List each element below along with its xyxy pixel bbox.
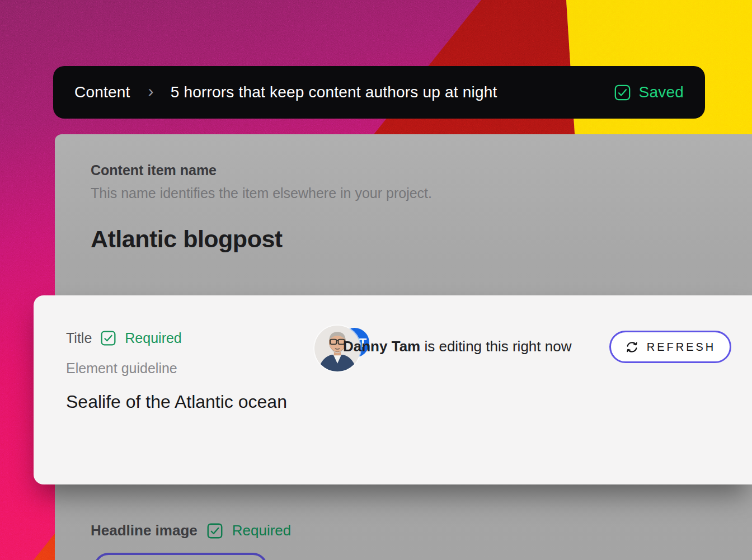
editor-name: Danny Tam xyxy=(343,338,420,355)
refresh-button-label: REFRESH xyxy=(647,341,716,354)
title-element-label: Title xyxy=(66,330,92,346)
headline-image-element-header: Headline image Required xyxy=(91,522,291,539)
required-check-icon[interactable] xyxy=(206,523,223,539)
title-element-card: Title Required DT xyxy=(34,295,752,484)
editing-suffix: is editing this right now xyxy=(420,338,571,355)
title-required-label: Required xyxy=(125,330,181,346)
required-check-icon[interactable] xyxy=(100,330,116,346)
content-item-name-value: Atlantic blogpost xyxy=(91,225,283,253)
breadcrumb-item-content[interactable]: Content xyxy=(74,83,130,101)
content-item-name-label: Content item name xyxy=(91,162,217,178)
element-guideline-label: Element guideline xyxy=(66,360,177,377)
breadcrumb-bar: Content › 5 horrors that keep content au… xyxy=(53,66,705,119)
chevron-right-icon: › xyxy=(148,82,153,101)
refresh-icon xyxy=(625,340,639,354)
editing-status-text: Danny Tam is editing this right now xyxy=(343,338,571,355)
saved-status-label: Saved xyxy=(639,83,684,101)
refresh-button[interactable]: REFRESH xyxy=(609,331,731,363)
app-screenshot: Content › 5 horrors that keep content au… xyxy=(0,0,752,560)
pick-asset-button[interactable] xyxy=(94,553,267,560)
headline-required-label: Required xyxy=(232,522,292,539)
headline-image-label: Headline image xyxy=(91,522,198,539)
save-status: Saved xyxy=(614,83,684,101)
saved-check-icon xyxy=(614,84,631,101)
title-element-value[interactable]: Sealife of the Atlantic ocean xyxy=(66,392,287,412)
title-element-header: Title Required xyxy=(66,330,182,346)
breadcrumb-page-title: 5 horrors that keep content authors up a… xyxy=(171,83,497,101)
content-item-name-help: This name identifies the item elsewhere … xyxy=(91,185,432,201)
